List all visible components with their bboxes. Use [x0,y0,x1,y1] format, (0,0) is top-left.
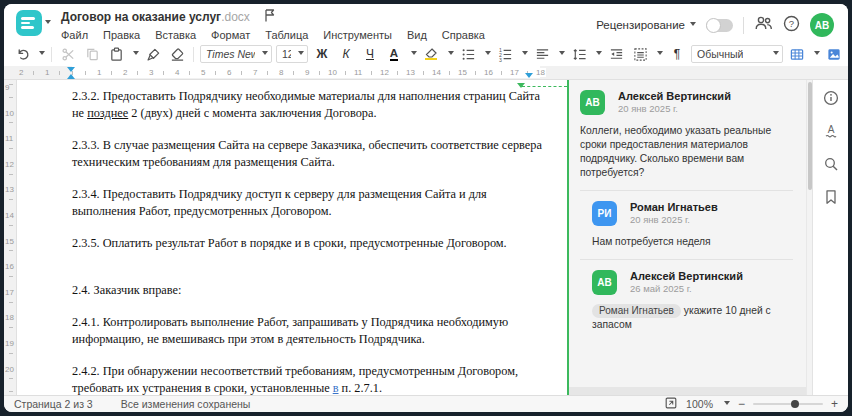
left-indent-marker[interactable] [67,70,75,79]
comment-text: Нам потребуется неделя [592,235,793,249]
paragraph[interactable]: 2.3.2. Предоставить Подрядчику необходим… [72,88,542,121]
collaborators-icon[interactable] [754,15,773,35]
format-painter-button[interactable] [143,44,163,64]
comments-panel: АВ Алексей Вертинский 20 янв 2025 г. Кол… [567,80,806,395]
ruler-number: 16 [483,68,494,77]
italic-button[interactable]: К [336,44,356,64]
cut-button[interactable] [58,44,78,64]
panel-scroll-track[interactable] [569,387,806,395]
logo-menu-caret-icon[interactable] [45,20,51,27]
highlight-button[interactable] [421,44,441,64]
paste-dropdown-caret-icon[interactable] [133,51,139,58]
paragraph-text: 2 (двух) дней с момента заключения Догов… [128,106,376,120]
menu-item-format[interactable]: Формат [211,29,250,41]
save-status: Все изменения сохранены [121,398,251,410]
vertical-ruler: 91011121314151617181920 [4,80,17,395]
align-left-button[interactable] [532,44,552,64]
spellcheck-icon[interactable]: А [823,123,839,143]
underline-button[interactable]: Ч [360,44,380,64]
review-mode-label[interactable]: Рецензирование [596,19,685,31]
help-icon[interactable]: ? [783,15,800,36]
comment-divider [580,190,793,191]
user-avatar[interactable]: АВ [810,13,834,37]
paragraph[interactable]: 2.4. Заказчик вправе: [72,282,542,299]
font-family-caret-icon[interactable] [262,51,268,58]
menu-item-view[interactable]: Вид [407,29,427,41]
paragraph[interactable]: 2.4.1. Контролировать выполнение Работ, … [72,314,542,347]
zoom-slider-handle[interactable] [791,400,799,408]
menu-item-table[interactable]: Таблица [265,29,308,41]
numbered-list-caret-icon[interactable] [522,51,528,58]
info-icon[interactable] [823,90,839,110]
nonprinting-chars-button[interactable]: ¶ [667,44,687,64]
favorite-flag-icon[interactable] [264,8,275,26]
zoom-caret-icon[interactable] [724,401,730,408]
numbered-list-button[interactable]: 123 [495,44,515,64]
toolbar: Times New ... 12 Ж К Ч А 123 ¶ Обычный [4,42,848,66]
app-logo-icon[interactable] [16,10,42,36]
app-window: Договор на оказание услуг .docx Файл Пра… [4,4,848,412]
bold-button[interactable]: Ж [312,44,332,64]
bookmark-icon[interactable] [823,189,839,209]
ruler-number: 10 [327,68,338,77]
font-family-select[interactable]: Times New ... [200,45,272,63]
paragraph-spacer[interactable] [72,268,542,282]
main-area: 91011121314151617181920 2.3.2. Предостав… [4,80,848,395]
menu-item-tools[interactable]: Инструменты [323,29,392,41]
menu-item-insert[interactable]: Вставка [155,29,196,41]
document-page[interactable]: 2.3.2. Предоставить Подрядчику необходим… [17,80,567,395]
paragraph[interactable]: 2.3.5. Оплатить результат Работ в порядк… [72,235,542,252]
table-caret-icon[interactable] [814,51,820,58]
bullet-list-caret-icon[interactable] [485,51,491,58]
table-button[interactable] [787,44,807,64]
menu-item-help[interactable]: Справка [442,29,485,41]
page-indicator[interactable]: Страница 2 из 3 [14,398,93,410]
menu-bar: Файл Правка Вставка Формат Таблица Инстр… [61,26,596,43]
paragraph-borders-button[interactable] [630,44,650,64]
comment-text: Коллеги, необходимо указать реальные сро… [580,124,793,180]
paragraph[interactable]: 2.3.4. Предоставить Подрядчику доступ к … [72,186,542,219]
comment-item[interactable]: АВ Алексей Вертинский 20 янв 2025 г. Кол… [580,90,793,180]
comment-reply-item[interactable]: АВ Алексей Вертинский 26 май 2025 г. Ром… [592,270,793,332]
paste-button[interactable] [106,44,126,64]
font-size-select[interactable]: 12 [276,45,308,63]
line-spacing-button[interactable] [569,44,589,64]
fit-width-icon[interactable] [664,396,678,412]
zoom-out-button[interactable]: − [738,399,745,409]
zoom-slider[interactable] [753,403,823,405]
review-dropdown-caret-icon[interactable] [690,22,696,29]
image-button[interactable] [824,44,844,64]
paragraph-borders-caret-icon[interactable] [657,51,663,58]
tracked-change-text: позднее [87,106,128,120]
font-color-button[interactable]: А [384,44,404,64]
font-size-caret-icon[interactable] [298,51,304,58]
comment-date: 20 янв 2025 г. [630,215,718,225]
header-divider [743,17,744,34]
line-spacing-caret-icon[interactable] [596,51,602,58]
align-caret-icon[interactable] [559,51,565,58]
paragraph[interactable]: 2.3.3. В случае размещения Сайта на серв… [72,137,542,170]
style-caret-icon[interactable] [773,51,779,58]
comment-anchor-line [522,86,567,87]
menu-item-edit[interactable]: Правка [103,29,140,41]
paragraph[interactable]: 2.4.2. При обнаружении несоответствий тр… [72,363,542,395]
decrease-indent-button[interactable] [606,44,626,64]
menu-item-file[interactable]: Файл [61,29,88,41]
undo-button[interactable] [12,44,32,64]
clear-style-button[interactable] [167,44,187,64]
review-toggle[interactable] [706,19,733,32]
mention-chip[interactable]: Роман Игнатьев [592,304,681,318]
undo-dropdown-caret-icon[interactable] [39,51,45,58]
zoom-in-button[interactable]: + [831,399,838,409]
highlight-caret-icon[interactable] [448,51,454,58]
comment-reply-item[interactable]: РИ Роман Игнатьев 20 янв 2025 г. Нам пот… [592,201,793,249]
zoom-value[interactable]: 100% [686,398,713,410]
ruler-number: 14 [5,210,14,221]
search-icon[interactable] [823,156,839,176]
bullet-list-button[interactable] [458,44,478,64]
paragraph-text: 2.4.1. Контролировать выполнение Работ, … [72,315,508,346]
paragraph-style-select[interactable]: Обычный [691,45,783,63]
font-color-caret-icon[interactable] [411,51,417,58]
copy-button[interactable] [82,44,102,64]
document-title: Договор на оказание услуг [61,10,221,24]
